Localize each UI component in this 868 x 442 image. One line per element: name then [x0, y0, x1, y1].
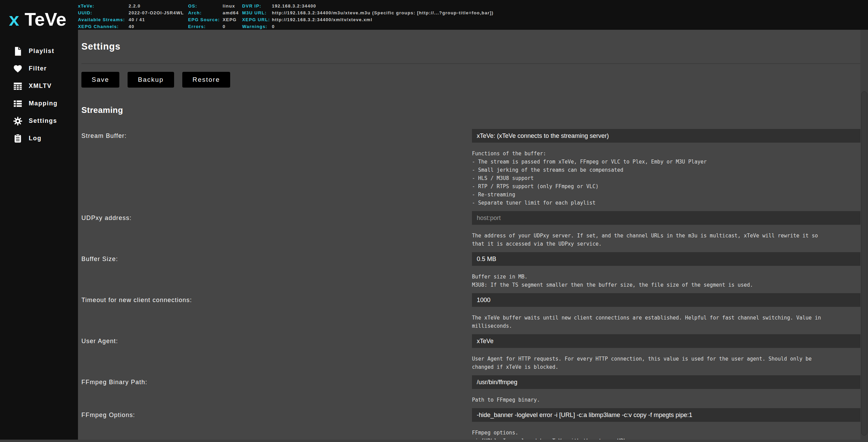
description-line: - Separate tuner limit for each playlist [472, 199, 829, 207]
table-icon [13, 81, 23, 91]
form-row-timeout: Timeout for new client connections: The … [81, 293, 868, 330]
sidebar-item-playlist[interactable]: Playlist [0, 42, 78, 60]
form-row-ffmpeg-options: FFmpeg Options: FFmpeg options. -i [URL]… [81, 408, 868, 440]
stream-buffer-description: Functions of the buffer: - The stream is… [472, 150, 829, 207]
sidebar-item-mapping[interactable]: Mapping [0, 95, 78, 112]
info-value: 2.2.0 [129, 3, 188, 9]
buffer-size-select[interactable]: 0.5 MB [472, 252, 860, 266]
streaming-form: Stream Buffer: xTeVe: (xTeVe connects to… [81, 129, 868, 440]
description-line: M3U8: If the TS segment smaller then the… [472, 281, 829, 289]
form-row-stream-buffer: Stream Buffer: xTeVe: (xTeVe connects to… [81, 129, 868, 207]
sidebar-item-label: Playlist [29, 48, 54, 55]
user-agent-label: User Agent: [81, 334, 472, 371]
buffer-size-description: Buffer size in MB. M3U8: If the TS segme… [472, 273, 829, 289]
logo-x: x [9, 9, 19, 29]
save-button[interactable]: Save [81, 72, 119, 88]
horizontal-scrollbar[interactable] [0, 440, 868, 442]
info-label: DVR IP: [242, 3, 272, 9]
sidebar: Playlist Filter XMLTV Mapping Settings L… [0, 30, 78, 440]
info-value-m3u-url: http://192.168.3.2:34400/m3u/xteve.m3u (… [272, 10, 494, 15]
description-line: Buffer size in MB. [472, 273, 829, 281]
description-line: -i [URL]: Is replaced by xTeVe with the … [472, 437, 829, 440]
info-value: 0 [223, 24, 242, 29]
udpxy-address-label: UDPxy address: [81, 211, 472, 248]
description-line: The xTeVe buffer waits until new client … [472, 314, 829, 330]
sidebar-item-label: Filter [29, 65, 47, 72]
app-logo: xTeVe [9, 10, 66, 28]
info-label: Arch: [188, 10, 223, 15]
sidebar-item-label: Settings [29, 117, 57, 125]
info-label: EPG Source: [188, 17, 223, 22]
page-title: Settings [81, 41, 868, 52]
info-label: Warnings: [242, 24, 272, 29]
sidebar-item-label: Log [29, 135, 42, 142]
ffmpeg-binary-path-description: Path to FFmpeg binary. [472, 396, 829, 404]
sidebar-item-xmltv[interactable]: XMLTV [0, 77, 78, 95]
info-label: xTeVe: [78, 3, 129, 9]
info-value: 2022-07-O2OI-J5R4WL [129, 10, 188, 15]
sidebar-item-label: Mapping [29, 100, 58, 107]
settings-page: Settings Save Backup Restore Streaming S… [78, 30, 868, 440]
restore-button[interactable]: Restore [182, 72, 231, 88]
timeout-input[interactable] [472, 293, 860, 307]
user-agent-input[interactable] [472, 334, 860, 348]
description-line: - The stream is passed from xTeVe, FFmpe… [472, 158, 829, 166]
ffmpeg-options-label: FFmpeg Options: [81, 408, 472, 440]
clipboard-icon [13, 134, 23, 143]
info-value: linux [223, 3, 242, 9]
info-label: XEPG Channels: [78, 24, 129, 29]
info-label: Available Streams: [78, 17, 129, 22]
timeout-description: The xTeVe buffer waits until new client … [472, 314, 829, 330]
gear-icon [13, 116, 23, 126]
user-agent-description: User Agent for HTTP requests. For every … [472, 355, 829, 371]
vertical-scrollbar[interactable] [860, 30, 868, 440]
file-icon [13, 47, 23, 56]
info-label: OS: [188, 3, 223, 9]
info-value: 0 [272, 24, 494, 29]
udpxy-address-description: The address of your UDPxy server. If set… [472, 232, 829, 248]
section-title-streaming: Streaming [81, 105, 868, 115]
description-line: Path to FFmpeg binary. [472, 396, 829, 404]
header: xTeVe xTeVe: 2.2.0 OS: linux DVR IP: 192… [0, 0, 868, 30]
stream-buffer-label: Stream Buffer: [81, 129, 472, 207]
sidebar-item-settings[interactable]: Settings [0, 112, 78, 130]
udpxy-address-input[interactable] [472, 211, 860, 225]
description-line: The address of your UDPxy server. If set… [472, 232, 829, 248]
sidebar-item-filter[interactable]: Filter [0, 60, 78, 77]
info-value: XEPG [223, 17, 242, 22]
ffmpeg-binary-path-input[interactable] [472, 375, 860, 389]
description-line: Functions of the buffer: [472, 150, 829, 158]
ffmpeg-options-input[interactable] [472, 408, 860, 422]
description-line: User Agent for HTTP requests. For every … [472, 355, 829, 371]
info-label: XEPG URL: [242, 17, 272, 22]
vertical-scrollbar-thumb[interactable] [861, 91, 867, 436]
backup-button[interactable]: Backup [128, 72, 174, 88]
ffmpeg-options-description: FFmpeg options. -i [URL]: Is replaced by… [472, 429, 829, 440]
logo-teve: TeVe [25, 9, 66, 29]
info-value-xepg-url: http://192.168.3.2:34400/xmltv/xteve.xml [272, 17, 494, 22]
buffer-size-value: 0.5 MB [477, 256, 496, 263]
description-line: - RTP / RTPS support (only FFmpeg or VLC… [472, 182, 829, 191]
description-line: - HLS / M3U8 support [472, 174, 829, 182]
toolbar: Save Backup Restore [81, 72, 868, 88]
stream-buffer-select[interactable]: xTeVe: (xTeVe connects to the streaming … [472, 129, 860, 143]
info-value: amd64 [223, 10, 242, 15]
heart-icon [13, 64, 23, 74]
form-row-ffmpeg-path: FFmpeg Binary Path: Path to FFmpeg binar… [81, 375, 868, 404]
description-line: - Re-streaming [472, 191, 829, 199]
info-label: Errors: [188, 24, 223, 29]
sidebar-item-log[interactable]: Log [0, 130, 78, 147]
info-label: M3U URL: [242, 10, 272, 15]
sidebar-item-label: XMLTV [29, 82, 52, 90]
system-info-table: xTeVe: 2.2.0 OS: linux DVR IP: 192.168.3… [78, 2, 494, 30]
form-row-user-agent: User Agent: User Agent for HTTP requests… [81, 334, 868, 371]
stream-buffer-value: xTeVe: (xTeVe connects to the streaming … [477, 132, 609, 140]
info-value: 40 / 41 [129, 17, 188, 22]
ffmpeg-binary-path-label: FFmpeg Binary Path: [81, 375, 472, 404]
info-label: UUID: [78, 10, 129, 15]
buffer-size-label: Buffer Size: [81, 252, 472, 289]
divider [81, 63, 860, 64]
timeout-label: Timeout for new client connections: [81, 293, 472, 330]
info-value: 192.168.3.2:34400 [272, 3, 494, 9]
form-row-udpxy: UDPxy address: The address of your UDPxy… [81, 211, 868, 248]
